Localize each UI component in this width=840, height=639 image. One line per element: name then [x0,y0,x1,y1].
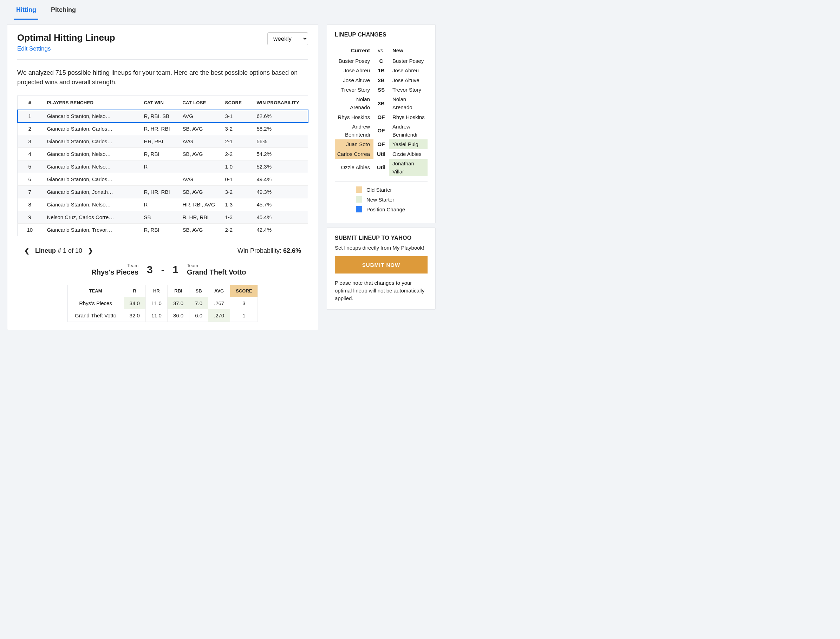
lineups-table: # PLAYERS BENCHED CAT WIN CAT LOSE SCORE… [17,95,308,236]
cell-num: 2 [18,122,42,135]
cell-players: Nelson Cruz, Carlos Corre… [42,211,139,224]
cell-num: 1 [18,110,42,122]
change-current: Carlos Correa [335,149,373,159]
stat-cell: 11.0 [145,309,167,322]
change-row: Nolan Arenado3BNolan Arenado [335,94,427,112]
change-current: Jose Altuve [335,75,373,85]
table-row[interactable]: 10Giancarlo Stanton, Trevor…R, RBISB, AV… [18,224,308,236]
cell-players: Giancarlo Stanton, Nelso… [42,148,139,161]
legend: Old Starter New Starter Position Change [335,181,427,212]
stat-cell: 34.0 [124,297,145,310]
stat-col-avg: AVG [208,285,230,297]
change-row: Rhys HoskinsOFRhys Hoskins [335,112,427,122]
stat-cell: 7.0 [190,297,208,310]
cell-players: Giancarlo Stanton, Nelso… [42,161,139,173]
cell-catlose: AVG [177,173,220,186]
change-new: Trevor Story [389,85,427,94]
edit-settings-link[interactable]: Edit Settings [17,45,51,52]
changes-head-vs: vs. [373,48,389,53]
change-new: Jonathan Villar [389,159,427,176]
cell-score: 0-1 [220,173,252,186]
col-players: PLAYERS BENCHED [42,96,139,110]
change-row: Carlos CorreaUtilOzzie Albies [335,149,427,159]
table-row[interactable]: 3Giancarlo Stanton, Carlos…HR, RBIAVG2-1… [18,135,308,148]
change-pos: 3B [373,99,389,107]
cell-catlose: SB, AVG [177,122,220,135]
stat-cell: 32.0 [124,309,145,322]
cell-score: 1-3 [220,199,252,211]
team-a-score: 3 [147,264,153,276]
tab-pitching[interactable]: Pitching [49,6,78,20]
change-pos: Util [373,150,389,158]
cell-players: Giancarlo Stanton, Trevor… [42,224,139,236]
col-score: SCORE [220,96,252,110]
next-lineup-icon[interactable]: ❯ [88,247,93,254]
matchup-header: Team Rhys's Pieces 3 - 1 Team Grand Thef… [17,263,308,276]
score-dash: - [161,264,164,275]
table-row[interactable]: 1Giancarlo Stanton, Nelso…R, RBI, SBAVG3… [18,110,308,122]
stat-col-score: SCORE [230,285,258,297]
cell-catwin: R [139,199,177,211]
change-pos: SS [373,86,389,94]
cell-catwin: R, HR, RBI [139,122,177,135]
table-row[interactable]: 5Giancarlo Stanton, Nelso…R1-052.3% [18,161,308,173]
table-row[interactable]: 4Giancarlo Stanton, Nelso…R, RBISB, AVG2… [18,148,308,161]
cell-score: 3-2 [220,122,252,135]
table-row[interactable]: 9Nelson Cruz, Carlos Corre…SBR, HR, RBI1… [18,211,308,224]
cell-score: 3-1 [220,110,252,122]
legend-pos: Position Change [367,207,405,212]
page-title: Optimal Hitting Lineup [17,32,115,43]
team-b-name: Grand Theft Votto [187,268,257,276]
table-row[interactable]: 6Giancarlo Stanton, Carlos…AVG0-149.4% [18,173,308,186]
stat-grid: TEAMRHRRBISBAVGSCORE Rhys's Pieces34.011… [67,285,258,322]
stat-cell: 11.0 [145,297,167,310]
stat-cell: 3 [230,297,258,310]
tab-hitting[interactable]: Hitting [14,6,38,20]
cell-score: 2-2 [220,224,252,236]
period-select[interactable]: weekly [267,32,308,45]
change-current: Andrew Benintendi [335,122,373,140]
cell-num: 8 [18,199,42,211]
cell-catwin: R, RBI [139,224,177,236]
change-new: Ozzie Albies [389,149,427,159]
stat-cell: 6.0 [190,309,208,322]
table-row[interactable]: 2Giancarlo Stanton, Carlos…R, HR, RBISB,… [18,122,308,135]
cell-winprob: 62.6% [252,110,308,122]
cell-num: 5 [18,161,42,173]
stat-team-name: Rhys's Pieces [67,297,124,310]
cell-catwin [139,173,177,186]
cell-winprob: 42.4% [252,224,308,236]
change-current: Ozzie Albies [335,162,373,172]
cell-winprob: 49.3% [252,186,308,199]
prev-lineup-icon[interactable]: ❮ [24,247,30,254]
swatch-new-starter [356,196,362,203]
cell-catlose [177,161,220,173]
change-new: Andrew Benintendi [389,122,427,140]
cell-players: Giancarlo Stanton, Nelso… [42,199,139,211]
cell-score: 3-2 [220,186,252,199]
col-catlose: CAT LOSE [177,96,220,110]
cell-winprob: 56% [252,135,308,148]
lineup-nav-label: Lineup # 1 of 10 [35,247,82,254]
cell-catwin: R, RBI, SB [139,110,177,122]
stat-col-hr: HR [145,285,167,297]
table-row[interactable]: 8Giancarlo Stanton, Nelso…RHR, RBI, AVG1… [18,199,308,211]
change-row: Trevor StorySSTrevor Story [335,85,427,94]
submit-panel: SUBMIT LINEUP TO YAHOO Set lineups direc… [327,227,436,309]
cell-score: 2-2 [220,148,252,161]
lineup-changes-panel: LINEUP CHANGES Current vs. New Buster Po… [327,24,436,223]
table-row[interactable]: 7Giancarlo Stanton, Jonath…R, HR, RBISB,… [18,186,308,199]
submit-now-button[interactable]: SUBMIT NOW [335,256,427,273]
cell-winprob: 45.7% [252,199,308,211]
cell-catlose: SB, AVG [177,186,220,199]
change-new: Jose Altuve [389,75,427,85]
intro-text: We analyzed 715 possible hitting lineups… [17,68,308,87]
cell-num: 4 [18,148,42,161]
changes-head-new: New [389,48,427,53]
change-pos: Util [373,163,389,171]
stat-cell: .267 [208,297,230,310]
legend-new: New Starter [367,197,394,203]
lineup-changes-title: LINEUP CHANGES [335,32,427,43]
cell-winprob: 45.4% [252,211,308,224]
cell-players: Giancarlo Stanton, Carlos… [42,122,139,135]
